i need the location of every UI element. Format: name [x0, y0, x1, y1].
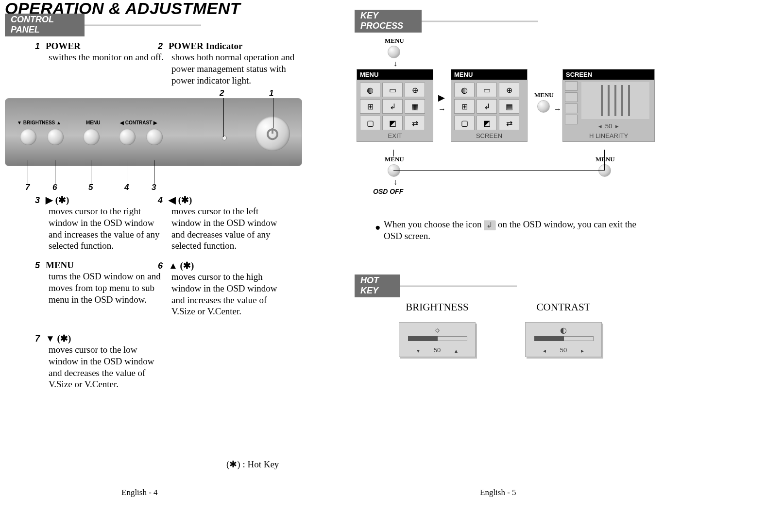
hk-contrast-label: CONTRAST — [510, 301, 617, 313]
osd-screen: SCREEN ◂ 50 ▸ H LINEARITY — [562, 69, 655, 142]
osd-menu-1: MENU ◍▭⊕⊞↲▦▢◩⇄ EXIT — [357, 69, 433, 142]
kp-menu-label-4: MENU — [385, 155, 404, 163]
power-led — [222, 136, 227, 140]
contrast-icon: ◐ — [560, 326, 567, 335]
page-num-right: English - 5 — [480, 488, 516, 498]
enter-icon — [484, 221, 495, 230]
button-menu — [83, 129, 100, 145]
kp-menu-label-3: MENU — [596, 155, 615, 163]
power-button — [255, 116, 290, 151]
label-brightness: ▼ BRIGHTNESS ▲ — [17, 120, 61, 125]
callout-6: 6 — [52, 183, 57, 192]
footnote-hotkey: (✱) : Hot Key — [226, 459, 279, 470]
label-menu: MENU — [86, 120, 100, 125]
callout-3: 3 — [152, 183, 156, 192]
bullet-icon: ● — [375, 222, 380, 233]
callout-7: 7 — [25, 183, 30, 192]
button-up — [47, 129, 64, 145]
control-panel-figure: ▼ BRIGHTNESS ▲ MENU ◀ CONTRAST ▶ — [5, 98, 302, 166]
button-right — [146, 129, 163, 145]
osd-menu-2: MENU ◍▭⊕⊞↲▦▢◩⇄ SCREEN — [451, 69, 528, 142]
kp-menu-btn-1 — [388, 46, 400, 58]
sun-icon: ☼ — [434, 326, 441, 334]
callout-5: 5 — [88, 183, 93, 192]
power-icon — [265, 126, 280, 141]
kp-menu-btn-2 — [537, 100, 550, 113]
label-contrast: ◀ CONTRAST ▶ — [120, 120, 157, 125]
kp-menu-label-2: MENU — [534, 91, 554, 99]
hk-brightness-label: BRIGHTNESS — [384, 301, 491, 313]
button-left — [119, 129, 136, 145]
kp-note: ● When you choose the icon on the OSD wi… — [384, 219, 656, 242]
hk-contrast-box: ◐ ◂ 50 ▸ — [525, 322, 602, 357]
hk-brightness-box: ☼ ▾ 50 ▴ — [399, 322, 476, 357]
kp-menu-btn-4 — [388, 164, 400, 177]
callout-4: 4 — [124, 183, 129, 192]
section-control-panel: CONTROL PANEL — [5, 14, 85, 36]
arrow-icon: ▶ — [438, 92, 445, 103]
kp-menu-label-1: MENU — [385, 37, 404, 45]
page-num-left: English - 4 — [121, 488, 158, 498]
def-7: 7▼ (✱) moves cursor to the low window in… — [35, 333, 336, 402]
kp-menu-btn-3 — [598, 164, 611, 177]
button-down — [20, 129, 36, 145]
key-process-figure: MENU ↓ MENU ◍▭⊕⊞↲▦▢◩⇄ EXIT ▶ → MENU ◍▭⊕⊞… — [355, 29, 665, 194]
osd-off-label: OSD OFF — [373, 188, 403, 195]
